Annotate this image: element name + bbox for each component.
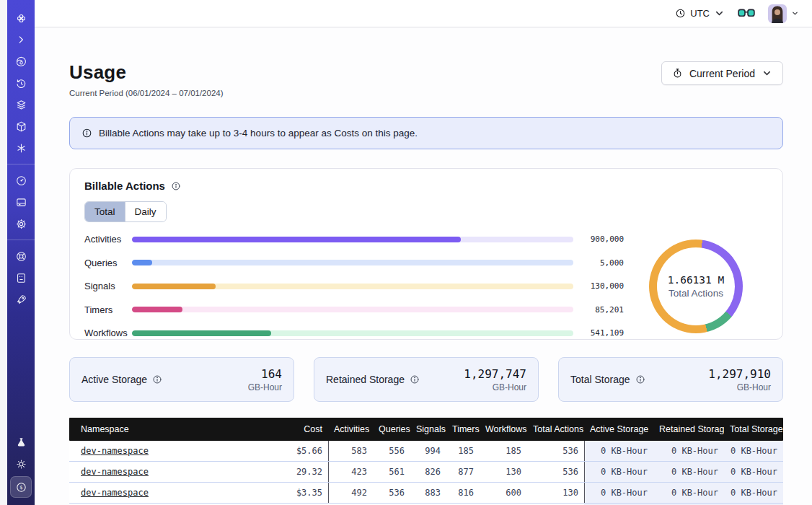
billable-actions-title: Billable Actions bbox=[84, 180, 165, 192]
namespaces-spiral-icon[interactable] bbox=[10, 52, 32, 71]
account-menu[interactable] bbox=[768, 4, 799, 23]
table-header-row: Namespace Cost Activities Queries Signal… bbox=[69, 418, 783, 441]
col-header-signals: Signals bbox=[410, 418, 446, 441]
cell-total-actions: 536 bbox=[527, 441, 584, 461]
expand-sidebar-chevron-right-icon[interactable] bbox=[10, 30, 32, 49]
bar-fill bbox=[132, 307, 182, 312]
current-period-label: Current Period bbox=[689, 68, 755, 79]
active-storage-card: Active Storage 164 GB-Hour bbox=[69, 357, 294, 402]
support-lifebuoy-icon[interactable] bbox=[10, 247, 32, 265]
docs-icon[interactable] bbox=[10, 268, 32, 287]
usage-dollar-coin-icon[interactable]: $ bbox=[10, 476, 32, 498]
bar-value: 541,109 bbox=[573, 328, 624, 338]
total-storage-card: Total Storage 1,297,910 GB-Hour bbox=[558, 357, 783, 402]
cell-cost: 29.32 bbox=[224, 462, 328, 482]
chevron-down-icon bbox=[762, 68, 772, 79]
bar-value: 5,000 bbox=[573, 258, 624, 268]
cell-total-storage: 0 KB-Hour bbox=[724, 441, 783, 461]
cell-cost: $5.66 bbox=[224, 441, 328, 461]
gear-icon[interactable] bbox=[10, 214, 32, 233]
cell-timers: 185 bbox=[446, 441, 480, 461]
cell-total-actions: 536 bbox=[527, 462, 584, 482]
avatar[interactable] bbox=[768, 4, 787, 23]
info-icon[interactable] bbox=[635, 374, 645, 385]
bar-row-activities: Activities 900,000 bbox=[84, 234, 624, 245]
bar-label: Activities bbox=[84, 234, 132, 245]
timezone-selector[interactable]: UTC bbox=[675, 8, 725, 19]
info-icon[interactable] bbox=[171, 181, 181, 191]
info-icon[interactable] bbox=[410, 374, 420, 385]
col-header-timers: Timers bbox=[446, 418, 480, 441]
history-clock-icon[interactable] bbox=[10, 74, 32, 92]
billable-actions-card: Billable Actions Total Daily Activities … bbox=[69, 168, 783, 340]
bar-track bbox=[132, 284, 573, 289]
temporal-logo[interactable] bbox=[10, 9, 32, 27]
sidebar-divider bbox=[7, 240, 35, 240]
bar-track bbox=[132, 237, 573, 242]
namespace-link[interactable]: dev-namespace bbox=[81, 467, 149, 477]
bar-label: Signals bbox=[84, 281, 132, 291]
cell-retained-storage: 0 KB-Hour bbox=[653, 462, 724, 482]
cube-icon[interactable] bbox=[10, 117, 32, 136]
theme-sun-icon[interactable] bbox=[10, 454, 32, 473]
bar-value: 85,201 bbox=[573, 305, 624, 315]
cell-retained-storage: 0 KB-Hour bbox=[653, 483, 724, 503]
topbar: UTC bbox=[35, 0, 812, 27]
page-header: Usage Current Period (06/01/2024 – 07/01… bbox=[69, 61, 783, 97]
cell-active-storage: 0 KB-Hour bbox=[584, 462, 653, 482]
info-icon[interactable] bbox=[152, 374, 162, 385]
current-period-button[interactable]: Current Period bbox=[661, 61, 783, 85]
retained-storage-card: Retained Storage 1,297,747 GB-Hour bbox=[314, 357, 539, 402]
cell-total-storage: 0 KB-Hour bbox=[724, 483, 783, 503]
cell-signals: 826 bbox=[410, 462, 446, 482]
asterisk-icon[interactable] bbox=[10, 139, 32, 157]
cell-active-storage: 0 KB-Hour bbox=[584, 441, 653, 461]
bar-chart: Activities 900,000 Queries 5,000 Signals… bbox=[84, 234, 624, 338]
cell-timers: 816 bbox=[446, 483, 480, 503]
col-header-active-storage: Active Storage bbox=[584, 418, 653, 441]
usage-gauge-icon[interactable] bbox=[10, 171, 32, 190]
goggles-icon[interactable] bbox=[738, 7, 755, 19]
cell-signals: 994 bbox=[410, 441, 446, 461]
cell-activities: 423 bbox=[328, 462, 373, 482]
cell-activities: 492 bbox=[328, 483, 373, 503]
bar-value: 900,000 bbox=[573, 234, 624, 244]
table-row: dev-namespace 29.32 423 561 826 877 130 … bbox=[69, 462, 783, 483]
bar-row-queries: Queries 5,000 bbox=[84, 258, 624, 268]
sidebar-divider bbox=[7, 164, 35, 164]
bar-row-signals: Signals 130,000 bbox=[84, 281, 624, 291]
cell-queries: 536 bbox=[373, 483, 410, 503]
tab-daily[interactable]: Daily bbox=[125, 202, 166, 221]
bar-fill bbox=[132, 330, 271, 336]
chevron-down-icon bbox=[791, 9, 799, 17]
tab-total[interactable]: Total bbox=[85, 202, 125, 221]
cell-signals: 883 bbox=[410, 483, 446, 503]
labs-flask-icon[interactable] bbox=[10, 433, 32, 452]
bar-row-workflows: Workflows 541,109 bbox=[84, 328, 624, 338]
donut-total-value: 1.66131 M bbox=[668, 274, 725, 286]
page-subtitle: Current Period (06/01/2024 – 07/01/2024) bbox=[69, 89, 224, 97]
namespace-link[interactable]: dev-namespace bbox=[81, 446, 149, 456]
storage-summary-row: Active Storage 164 GB-Hour Retained Stor… bbox=[69, 357, 783, 402]
active-storage-label: Active Storage bbox=[81, 374, 147, 385]
cell-queries: 556 bbox=[373, 441, 410, 461]
main-content: Usage Current Period (06/01/2024 – 07/01… bbox=[35, 28, 812, 505]
col-header-queries: Queries bbox=[373, 418, 410, 441]
cell-active-storage: 0 KB-Hour bbox=[584, 483, 653, 503]
total-storage-unit: GB-Hour bbox=[708, 382, 771, 392]
svg-text:$: $ bbox=[19, 484, 23, 491]
chevron-down-icon bbox=[714, 8, 725, 19]
cell-workflows: 130 bbox=[480, 462, 527, 482]
donut-total-label: Total Actions bbox=[668, 288, 723, 299]
table-row: dev-namespace $5.66 583 556 994 185 185 … bbox=[69, 441, 783, 462]
rocket-icon[interactable] bbox=[10, 290, 32, 309]
total-storage-value: 1,297,910 bbox=[708, 367, 771, 381]
cell-total-storage: 0 KB-Hour bbox=[724, 462, 783, 482]
billing-card-icon[interactable] bbox=[10, 193, 32, 211]
layers-icon[interactable] bbox=[10, 95, 32, 114]
usage-page: $ UTC Usage bbox=[0, 0, 812, 505]
retained-storage-label: Retained Storage bbox=[326, 374, 405, 385]
namespace-link[interactable]: dev-namespace bbox=[81, 488, 149, 498]
col-header-activities: Activities bbox=[328, 418, 373, 441]
namespace-usage-table: Namespace Cost Activities Queries Signal… bbox=[69, 418, 783, 505]
